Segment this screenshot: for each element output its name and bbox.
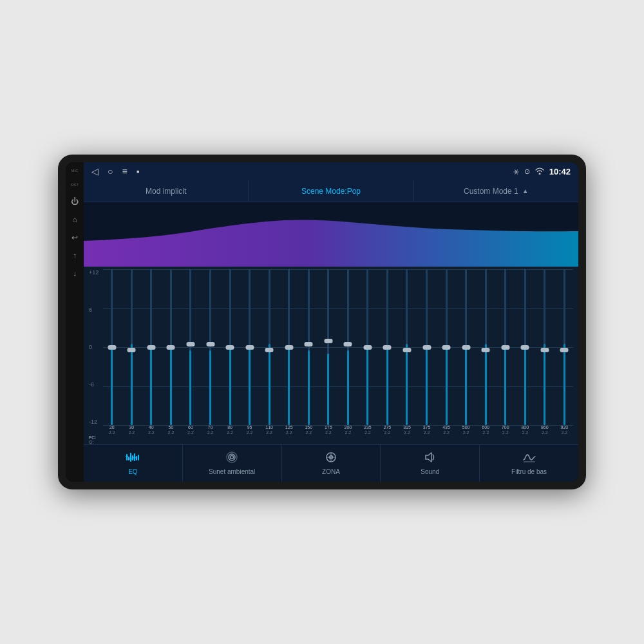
- slider-track-800[interactable]: [524, 269, 526, 425]
- slider-thumb-600[interactable]: [482, 348, 490, 352]
- slider-track-275[interactable]: [386, 269, 388, 425]
- location-icon: ⊙: [524, 167, 530, 176]
- slider-thumb-920[interactable]: [560, 348, 569, 352]
- slider-thumb-435[interactable]: [442, 345, 451, 350]
- slider-fill-800: [524, 347, 526, 425]
- eq-visualizer: [84, 202, 578, 267]
- slider-fill-700: [504, 347, 506, 425]
- slider-fill-50: [170, 347, 172, 425]
- freq-label-800: 8002.2: [516, 425, 534, 436]
- slider-track-40[interactable]: [150, 269, 152, 425]
- slider-track-700[interactable]: [504, 269, 506, 425]
- slider-thumb-40[interactable]: [147, 345, 155, 350]
- slider-track-110[interactable]: [269, 269, 270, 425]
- rst-button[interactable]: RST: [71, 183, 79, 188]
- power-button[interactable]: ⏻: [71, 197, 79, 206]
- freq-label-110: 1102.2: [260, 425, 278, 436]
- slider-thumb-275[interactable]: [383, 345, 392, 350]
- slider-fill-200: [347, 350, 349, 425]
- slider-wrapper-600: [477, 269, 495, 425]
- bottom-nav: EQ Sunet ambiental: [84, 444, 578, 482]
- mode-tab-custom[interactable]: Custom Mode 1 ▲: [414, 180, 578, 202]
- slider-track-235[interactable]: [366, 269, 368, 425]
- slider-track-80[interactable]: [229, 269, 231, 425]
- slider-wrapper-70: [202, 269, 220, 425]
- nav-item-bass[interactable]: Filtru de bas: [480, 445, 578, 482]
- slider-track-95[interactable]: [249, 269, 251, 425]
- nav-home-icon[interactable]: ○: [108, 166, 113, 176]
- slider-track-60[interactable]: [189, 269, 191, 425]
- slider-thumb-315[interactable]: [402, 348, 411, 352]
- slider-thumb-375[interactable]: [422, 345, 431, 350]
- freq-label-95: 952.2: [241, 425, 259, 436]
- q-value-235: 2.2: [365, 430, 371, 435]
- slider-track-920[interactable]: [564, 269, 565, 425]
- freq-label-60: 602.2: [182, 425, 200, 436]
- freq-label-235: 2352.2: [359, 425, 377, 436]
- slider-track-200[interactable]: [347, 269, 349, 425]
- slider-track-20[interactable]: [111, 269, 113, 425]
- slider-track-860[interactable]: [544, 269, 545, 425]
- slider-thumb-30[interactable]: [128, 348, 136, 352]
- svg-point-11: [229, 454, 235, 460]
- nav-item-eq[interactable]: EQ: [84, 445, 183, 482]
- slider-thumb-80[interactable]: [226, 345, 234, 350]
- slider-thumb-70[interactable]: [206, 342, 214, 346]
- slider-fill-275: [386, 347, 388, 425]
- zona-icon: [324, 451, 338, 466]
- freq-label-200: 2002.2: [339, 425, 357, 436]
- nav-square-icon[interactable]: ▪: [137, 166, 140, 176]
- slider-track-150[interactable]: [308, 269, 310, 425]
- slider-thumb-50[interactable]: [167, 345, 175, 350]
- device-outer: MIC RST ⏻ ⌂ ↩ ↑ ↓: [58, 155, 586, 489]
- bluetooth-icon: ⚹: [513, 167, 519, 176]
- slider-track-175[interactable]: [327, 269, 329, 425]
- slider-track-125[interactable]: [288, 269, 290, 425]
- slider-thumb-235[interactable]: [363, 345, 372, 350]
- slider-track-50[interactable]: [170, 269, 172, 425]
- mode-tab-implicit[interactable]: Mod implicit: [84, 180, 249, 202]
- slider-fill-40: [150, 347, 152, 425]
- q-value-30: 2.2: [128, 430, 135, 435]
- nav-back-icon[interactable]: ◁: [91, 166, 99, 176]
- nav-item-ambient[interactable]: Sunet ambiental: [183, 445, 282, 482]
- slider-thumb-200[interactable]: [344, 342, 352, 346]
- nav-label-eq: EQ: [128, 468, 137, 475]
- rst-label: RST: [71, 183, 79, 187]
- nav-item-sound[interactable]: Sound: [381, 445, 480, 482]
- slider-thumb-800[interactable]: [521, 345, 529, 350]
- slider-thumb-860[interactable]: [540, 348, 549, 352]
- mode-tab-scene[interactable]: Scene Mode:Pop: [249, 180, 413, 202]
- vol-down-button[interactable]: ↓: [73, 269, 77, 278]
- mic-button[interactable]: MIC: [71, 169, 79, 174]
- slider-track-70[interactable]: [209, 269, 211, 425]
- slider-thumb-95[interactable]: [245, 345, 254, 350]
- slider-thumb-110[interactable]: [265, 348, 274, 352]
- nav-item-zona[interactable]: ZONA: [282, 445, 381, 482]
- fc-value-920: 920: [561, 425, 569, 430]
- fc-value-70: 70: [208, 425, 213, 430]
- slider-thumb-500[interactable]: [462, 345, 470, 350]
- slider-thumb-175[interactable]: [324, 339, 332, 343]
- slider-track-30[interactable]: [131, 269, 133, 425]
- sliders-area: [103, 269, 573, 425]
- q-value-175: 2.2: [325, 430, 332, 435]
- svg-rect-5: [136, 456, 137, 460]
- nav-menu-icon[interactable]: ≡: [122, 166, 127, 176]
- slider-thumb-150[interactable]: [305, 342, 313, 346]
- slider-wrapper-375: [418, 269, 436, 425]
- slider-track-500[interactable]: [465, 269, 467, 425]
- slider-track-600[interactable]: [485, 269, 487, 425]
- slider-thumb-125[interactable]: [285, 345, 293, 350]
- vol-up-button[interactable]: ↑: [73, 251, 77, 260]
- fc-value-500: 500: [462, 425, 470, 430]
- slider-thumb-20[interactable]: [108, 345, 116, 350]
- home-side-button[interactable]: ⌂: [72, 215, 77, 224]
- freq-label-20: 202.2: [103, 425, 121, 436]
- slider-track-315[interactable]: [406, 269, 408, 425]
- slider-track-375[interactable]: [426, 269, 428, 425]
- slider-track-435[interactable]: [446, 269, 448, 425]
- back-side-button[interactable]: ↩: [71, 233, 78, 242]
- slider-thumb-60[interactable]: [186, 342, 194, 346]
- slider-thumb-700[interactable]: [501, 345, 509, 350]
